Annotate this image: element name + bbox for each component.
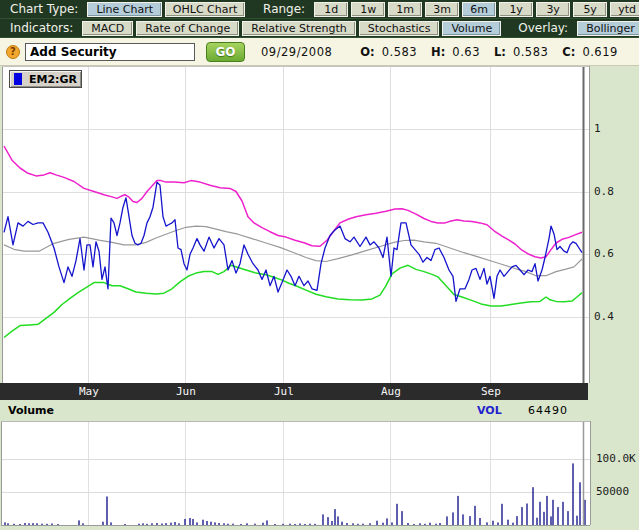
indicator-rate-of-change-button[interactable]: Rate of Change xyxy=(136,21,239,36)
indicators-toolbar: Indicators: MACD Rate of Change Relative… xyxy=(0,19,639,38)
range-1y-button[interactable]: 1y xyxy=(499,2,533,17)
range-1m-button[interactable]: 1m xyxy=(388,2,422,17)
range-3m-button[interactable]: 3m xyxy=(425,2,459,17)
range-1d-button[interactable]: 1d xyxy=(314,2,348,17)
stock-chart-app: { "palette": { "toolbar_bg": "#203822", … xyxy=(0,0,639,530)
month-tick-label: May xyxy=(79,385,99,398)
overlay-label: Overlay: xyxy=(512,21,574,35)
indicator-volume-button[interactable]: Volume xyxy=(442,21,501,36)
chart-type-range-toolbar: Chart Type: Line Chart OHLC Chart Range:… xyxy=(0,0,639,19)
vol-label: VOL xyxy=(477,404,502,417)
indicators-label: Indicators: xyxy=(4,21,79,35)
price-tick-label: 0.4 xyxy=(594,310,614,323)
range-3y-button[interactable]: 3y xyxy=(536,2,570,17)
volume-chart-plot xyxy=(0,421,639,530)
help-icon[interactable]: ? xyxy=(6,45,20,59)
quote-low-value: 0.583 xyxy=(513,45,548,59)
volume-header: Volume VOL 64490 xyxy=(0,400,639,421)
range-6m-button[interactable]: 6m xyxy=(462,2,496,17)
month-tick-label: Jun xyxy=(176,385,196,398)
chart-type-ohlc-button[interactable]: OHLC Chart xyxy=(165,2,245,17)
price-tick-label: 0.6 xyxy=(594,247,614,260)
indicator-relative-strength-button[interactable]: Relative Strength xyxy=(242,21,355,36)
quote-open-value: 0.583 xyxy=(382,45,417,59)
price-tick-label: 1 xyxy=(594,122,601,135)
quote-date: 09/29/2008 xyxy=(261,45,332,59)
add-security-input[interactable] xyxy=(25,43,195,61)
range-label: Range: xyxy=(257,2,311,16)
quote-readout: 09/29/2008 O: 0.583 H: 0.63 L: 0.583 C: … xyxy=(261,45,618,59)
range-1w-button[interactable]: 1w xyxy=(351,2,385,17)
quote-low-label: L: xyxy=(494,45,506,59)
range-ytd-button[interactable]: ytd xyxy=(610,2,639,17)
indicator-stochastics-button[interactable]: Stochastics xyxy=(359,21,440,36)
date-axis: MayJunJulAugSep xyxy=(0,383,639,400)
month-tick-label: Sep xyxy=(481,385,501,398)
series-color-swatch-icon xyxy=(14,73,22,85)
overlay-bollinger-bands-button[interactable]: Bollinger Bands xyxy=(577,21,639,36)
go-button[interactable]: GO xyxy=(206,42,245,62)
chart-type-label: Chart Type: xyxy=(4,2,84,16)
month-tick-label: Aug xyxy=(381,385,401,398)
quote-high-label: H: xyxy=(431,45,445,59)
quote-open-label: O: xyxy=(360,45,374,59)
security-legend-button[interactable]: EM2:GR xyxy=(9,70,82,88)
vol-value: 64490 xyxy=(528,404,568,417)
price-chart-panel: EM2:GR 10.80.60.4 xyxy=(0,66,639,383)
range-5y-button[interactable]: 5y xyxy=(573,2,607,17)
indicator-macd-button[interactable]: MACD xyxy=(82,21,133,36)
price-tick-label: 0.8 xyxy=(594,185,614,198)
security-symbol: EM2:GR xyxy=(29,73,77,86)
volume-title: Volume xyxy=(8,404,54,417)
chart-type-line-button[interactable]: Line Chart xyxy=(87,2,162,17)
price-chart-plot xyxy=(0,66,639,383)
quote-close-value: 0.619 xyxy=(582,45,617,59)
quote-close-label: C: xyxy=(562,45,575,59)
volume-chart-panel: 100.0K50000 xyxy=(0,421,639,530)
month-tick-label: Jul xyxy=(274,385,294,398)
volume-tick-label: 50000 xyxy=(596,485,629,498)
volume-tick-label: 100.0K xyxy=(596,452,636,465)
quote-high-value: 0.63 xyxy=(452,45,480,59)
security-quote-bar: ? GO 09/29/2008 O: 0.583 H: 0.63 L: 0.58… xyxy=(0,38,639,66)
